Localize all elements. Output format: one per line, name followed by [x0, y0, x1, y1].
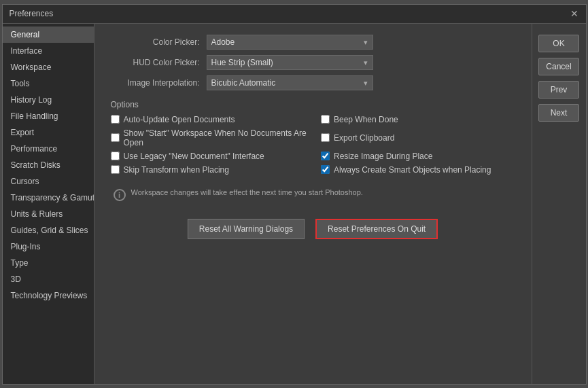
sidebar-item-technology-previews[interactable]: Technology Previews	[3, 287, 94, 304]
buttons-row: Reset All Warning Dialogs Reset Preferen…	[108, 219, 518, 239]
sidebar-item-cursors[interactable]: Cursors	[3, 173, 94, 190]
info-text: Workspace changes will take effect the n…	[131, 188, 363, 196]
info-box: i Workspace changes will take effect the…	[108, 184, 518, 205]
sidebar: GeneralInterfaceWorkspaceToolsHistory Lo…	[3, 24, 94, 384]
sidebar-actions: OK Cancel Prev Next	[532, 24, 586, 384]
checkbox-resize-image: Resize Image During Place	[321, 152, 518, 161]
sidebar-item-transparency-gamut[interactable]: Transparency & Gamut	[3, 190, 94, 206]
main-content: Color Picker: Adobe HUD Color Picker: Hu…	[94, 24, 532, 384]
checkbox-beep-label: Beep When Done	[334, 115, 398, 124]
reset-preferences-button[interactable]: Reset Preferences On Quit	[315, 219, 438, 239]
color-picker-row: Color Picker: Adobe	[108, 35, 518, 50]
sidebar-item-workspace[interactable]: Workspace	[3, 59, 94, 75]
dialog-title: Preferences	[10, 9, 54, 18]
checkbox-legacy-new-doc-label: Use Legacy "New Document" Interface	[124, 152, 264, 161]
checkbox-show-start: Show "Start" Workspace When No Documents…	[111, 128, 308, 147]
sidebar-item-plug-ins[interactable]: Plug-Ins	[3, 239, 94, 255]
sidebar-item-performance[interactable]: Performance	[3, 141, 94, 157]
next-button[interactable]: Next	[538, 104, 579, 122]
options-grid: Auto-Update Open Documents Beep When Don…	[108, 115, 518, 175]
image-interpolation-label: Image Interpolation:	[108, 78, 207, 88]
color-picker-label: Color Picker:	[108, 37, 207, 47]
hud-color-picker-select[interactable]: Hue Strip (Small)	[207, 55, 373, 70]
sidebar-item-export[interactable]: Export	[3, 124, 94, 141]
hud-color-picker-label: HUD Color Picker:	[108, 58, 207, 67]
checkbox-auto-update-input[interactable]	[111, 115, 120, 124]
prev-button[interactable]: Prev	[538, 81, 579, 99]
checkbox-resize-image-label: Resize Image During Place	[334, 152, 432, 161]
ok-button[interactable]: OK	[538, 35, 579, 52]
options-label: Options	[108, 100, 518, 109]
checkbox-export-clipboard-input[interactable]	[321, 133, 330, 142]
color-picker-select-wrapper: Adobe	[207, 35, 373, 50]
checkbox-skip-transform: Skip Transform when Placing	[111, 165, 308, 175]
checkbox-show-start-label: Show "Start" Workspace When No Documents…	[124, 128, 308, 147]
close-button[interactable]: ✕	[570, 9, 579, 18]
sidebar-item-tools[interactable]: Tools	[3, 75, 94, 92]
sidebar-item-interface[interactable]: Interface	[3, 43, 94, 59]
title-bar: Preferences ✕	[3, 5, 586, 24]
checkbox-beep-input[interactable]	[321, 115, 330, 124]
checkbox-show-start-input[interactable]	[111, 133, 120, 142]
checkbox-auto-update: Auto-Update Open Documents	[111, 115, 308, 124]
checkbox-legacy-new-doc: Use Legacy "New Document" Interface	[111, 152, 308, 161]
sidebar-item-guides-grid-slices[interactable]: Guides, Grid & Slices	[3, 222, 94, 239]
checkbox-smart-objects-label: Always Create Smart Objects when Placing	[334, 165, 491, 175]
hud-color-picker-select-wrapper: Hue Strip (Small)	[207, 55, 373, 70]
cancel-button[interactable]: Cancel	[538, 58, 579, 75]
checkbox-resize-image-input[interactable]	[321, 152, 330, 160]
options-section: Options Auto-Update Open Documents Beep …	[108, 100, 518, 175]
checkbox-export-clipboard: Export Clipboard	[321, 128, 518, 147]
dialog-body: GeneralInterfaceWorkspaceToolsHistory Lo…	[3, 24, 586, 384]
checkbox-export-clipboard-label: Export Clipboard	[334, 133, 394, 143]
checkbox-beep: Beep When Done	[321, 115, 518, 124]
info-icon: i	[114, 189, 126, 201]
sidebar-item-file-handling[interactable]: File Handling	[3, 108, 94, 124]
hud-color-picker-row: HUD Color Picker: Hue Strip (Small)	[108, 55, 518, 70]
checkbox-skip-transform-label: Skip Transform when Placing	[124, 165, 229, 175]
checkbox-auto-update-label: Auto-Update Open Documents	[124, 115, 235, 124]
sidebar-item-3d[interactable]: 3D	[3, 271, 94, 287]
checkbox-legacy-new-doc-input[interactable]	[111, 152, 120, 160]
image-interpolation-select[interactable]: Bicubic Automatic	[207, 75, 373, 90]
preferences-dialog: Preferences ✕ GeneralInterfaceWorkspaceT…	[2, 4, 587, 385]
sidebar-item-history-log[interactable]: History Log	[3, 92, 94, 108]
checkbox-smart-objects: Always Create Smart Objects when Placing	[321, 165, 518, 175]
checkbox-smart-objects-input[interactable]	[321, 165, 330, 174]
checkbox-skip-transform-input[interactable]	[111, 165, 120, 174]
sidebar-item-scratch-disks[interactable]: Scratch Disks	[3, 157, 94, 173]
sidebar-item-general[interactable]: General	[3, 27, 94, 43]
sidebar-item-type[interactable]: Type	[3, 255, 94, 271]
sidebar-item-units-rulers[interactable]: Units & Rulers	[3, 206, 94, 222]
image-interpolation-row: Image Interpolation: Bicubic Automatic	[108, 75, 518, 90]
image-interpolation-select-wrapper: Bicubic Automatic	[207, 75, 373, 90]
reset-warnings-button[interactable]: Reset All Warning Dialogs	[188, 219, 305, 239]
color-picker-select[interactable]: Adobe	[207, 35, 373, 50]
